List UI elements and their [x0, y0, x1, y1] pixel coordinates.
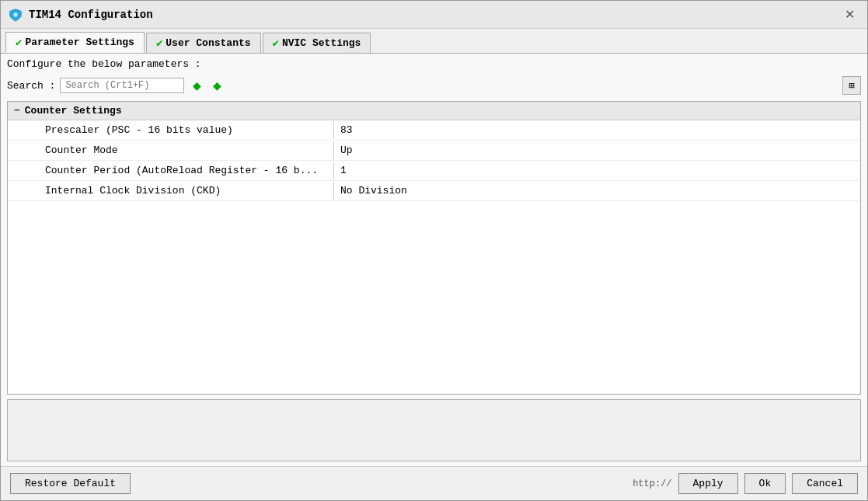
- tabs-row: ✔ Parameter Settings ✔ User Constants ✔ …: [1, 29, 867, 54]
- table-row: Internal Clock Division (CKD) No Divisio…: [8, 181, 860, 201]
- param-value-prescaler[interactable]: 83: [334, 121, 860, 139]
- arrow-up-icon: ◆: [213, 79, 221, 92]
- title-bar: TIM14 Configuration ✕: [1, 1, 867, 29]
- url-text: http://: [633, 478, 671, 489]
- title-bar-left: TIM14 Configuration: [9, 8, 153, 22]
- arrow-down-icon: ◆: [193, 79, 201, 92]
- tab-label-user: User Constants: [166, 37, 250, 49]
- param-name-counter-mode: Counter Mode: [8, 141, 334, 159]
- search-input[interactable]: [60, 78, 184, 93]
- apply-button[interactable]: Apply: [678, 473, 738, 494]
- tab-parameter-settings[interactable]: ✔ Parameter Settings: [5, 32, 145, 53]
- restore-default-button[interactable]: Restore Default: [10, 473, 131, 494]
- content-area: Configure the below parameters : Search …: [1, 54, 867, 466]
- collapse-icon[interactable]: −: [14, 105, 20, 117]
- table-row: Counter Mode Up: [8, 141, 860, 161]
- param-name-prescaler: Prescaler (PSC - 16 bits value): [8, 121, 334, 139]
- counter-settings-section: − Counter Settings: [8, 102, 860, 120]
- param-name-counter-period: Counter Period (AutoReload Register - 16…: [8, 162, 334, 179]
- cancel-button[interactable]: Cancel: [792, 473, 858, 494]
- grid-icon: ⊞: [849, 80, 854, 92]
- check-icon-parameter: ✔: [16, 36, 22, 49]
- window-title: TIM14 Configuration: [29, 9, 153, 21]
- main-window: TIM14 Configuration ✕ ✔ Parameter Settin…: [0, 0, 868, 501]
- table-row: Prescaler (PSC - 16 bits value) 83: [8, 120, 860, 141]
- tab-nvic-settings[interactable]: ✔ NVIC Settings: [263, 33, 371, 53]
- close-button[interactable]: ✕: [840, 7, 859, 23]
- check-icon-nvic: ✔: [273, 37, 279, 50]
- param-name-ckd: Internal Clock Division (CKD): [8, 182, 334, 200]
- tab-label-nvic: NVIC Settings: [282, 37, 361, 49]
- search-row: Search : ◆ ◆ ⊞: [7, 76, 861, 95]
- grid-view-button[interactable]: ⊞: [842, 76, 861, 95]
- param-value-ckd[interactable]: No Division: [334, 182, 860, 200]
- info-panel: [7, 399, 861, 461]
- section-label: Counter Settings: [25, 105, 122, 117]
- tab-user-constants[interactable]: ✔ User Constants: [146, 33, 261, 53]
- search-label: Search :: [7, 80, 55, 92]
- nav-up-button[interactable]: ◆: [209, 78, 225, 93]
- svg-point-0: [13, 12, 17, 16]
- params-table: − Counter Settings Prescaler (PSC - 16 b…: [7, 101, 861, 395]
- ok-button[interactable]: Ok: [744, 473, 786, 494]
- app-icon: [9, 8, 23, 22]
- param-value-counter-period[interactable]: 1: [334, 162, 860, 179]
- tab-label-parameter: Parameter Settings: [25, 37, 134, 48]
- table-row: Counter Period (AutoReload Register - 16…: [8, 161, 860, 181]
- param-value-counter-mode[interactable]: Up: [334, 141, 860, 159]
- description-text: Configure the below parameters :: [7, 58, 861, 70]
- bottom-bar: Restore Default http:// Apply Ok Cancel: [1, 466, 867, 500]
- nav-down-button[interactable]: ◆: [189, 78, 204, 93]
- check-icon-user: ✔: [156, 37, 162, 50]
